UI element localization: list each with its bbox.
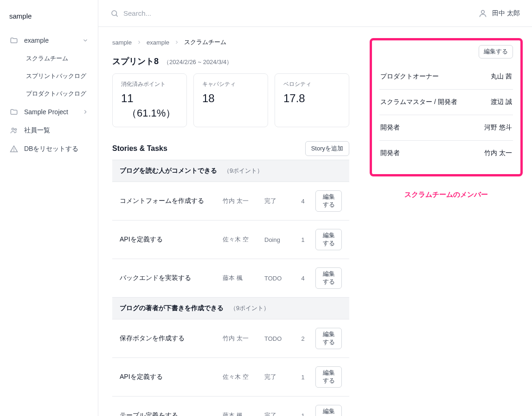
task-name: 保存ボタンを作成する (120, 334, 217, 343)
member-role: 開発者 (380, 149, 400, 157)
member-row: プロダクトオーナー丸山 茜 (379, 64, 513, 90)
task-name: APIを定義する (120, 235, 217, 244)
chevron-down-icon (82, 37, 89, 44)
task-status: 完了 (264, 197, 290, 205)
edit-task-button[interactable]: 編集する (315, 328, 342, 349)
member-role: プロダクトオーナー (380, 72, 439, 81)
app-logo: sample (6, 7, 92, 31)
sidebar-item-db-reset[interactable]: DBをリセットする (6, 140, 92, 158)
story-name: ブログを読む人がコメントできる (120, 167, 217, 175)
sidebar-sub-scrum-team[interactable]: スクラムチーム (6, 50, 92, 67)
task-row: バックエンドを実装する藤本 楓TODO4編集する (112, 259, 349, 297)
stat-capacity: キャパシティ 18 (193, 73, 268, 127)
task-status: 完了 (264, 411, 290, 416)
stories-list: ブログを読む人がコメントできる（9ポイント）コメントフォームを作成する竹内 太一… (112, 160, 349, 416)
svg-point-6 (481, 10, 485, 13)
sidebar-item-sample-project[interactable]: Sample Project (6, 103, 92, 121)
task-assignee: 藤本 楓 (223, 411, 259, 416)
svg-point-1 (15, 129, 17, 130)
task-points: 4 (296, 275, 310, 282)
user-icon (478, 9, 487, 18)
story-name: ブログの著者が下書きを作成できる (120, 304, 224, 312)
chevron-right-icon (136, 39, 142, 45)
task-name: コメントフォームを作成する (120, 197, 217, 205)
svg-line-5 (116, 15, 117, 16)
story-points: （9ポイント） (230, 304, 269, 312)
edit-team-button[interactable]: 編集する (479, 45, 513, 58)
task-name: テーブル定義をする (120, 411, 217, 416)
task-assignee: 佐々木 空 (223, 373, 259, 381)
chevron-right-icon (174, 39, 179, 45)
stat-value: 18 (202, 91, 259, 105)
chevron-right-icon (82, 109, 89, 115)
breadcrumb-link[interactable]: sample (112, 39, 132, 46)
sprint-title: スプリント8 (112, 56, 159, 67)
member-name: 河野 悠斗 (484, 124, 512, 132)
task-row: APIを定義する佐々木 空完了1編集する (112, 358, 349, 396)
story-header: ブログを読む人がコメントできる（9ポイント） (112, 160, 349, 182)
member-row: 開発者河野 悠斗 (379, 115, 513, 141)
user-menu[interactable]: 田中 太郎 (478, 9, 520, 18)
task-points: 1 (296, 412, 310, 416)
task-assignee: 竹内 太一 (223, 334, 259, 343)
topbar: 田中 太郎 (98, 0, 532, 27)
sidebar-item-employees[interactable]: 社員一覧 (6, 121, 92, 140)
member-role: 開発者 (380, 124, 400, 132)
member-row: 開発者竹内 太一 (379, 141, 513, 166)
search-icon (110, 9, 119, 18)
stat-velocity: ベロシティ 17.8 (275, 73, 349, 127)
svg-point-3 (14, 150, 14, 151)
story-header: ブログの著者が下書きを作成できる（9ポイント） (112, 297, 349, 319)
sidebar-label: DBをリセットする (24, 145, 78, 153)
task-row: コメントフォームを作成する竹内 太一完了4編集する (112, 182, 349, 220)
task-assignee: 竹内 太一 (223, 197, 259, 205)
sidebar-sub-sprint-backlog[interactable]: スプリントバックログ (6, 67, 92, 85)
folder-icon (9, 36, 19, 45)
member-name: 丸山 茜 (491, 72, 512, 81)
sidebar-label: 社員一覧 (24, 126, 50, 135)
task-name: バックエンドを実装する (120, 274, 217, 282)
task-row: テーブル定義をする藤本 楓完了1編集する (112, 396, 349, 416)
task-assignee: 藤本 楓 (223, 274, 259, 282)
task-status: TODO (264, 335, 290, 342)
sidebar-label: example (24, 37, 49, 44)
add-story-button[interactable]: Storyを追加 (305, 141, 349, 156)
task-assignee: 佐々木 空 (223, 235, 259, 244)
edit-task-button[interactable]: 編集する (315, 267, 342, 289)
svg-point-0 (12, 128, 14, 130)
sidebar-item-example[interactable]: example (6, 31, 92, 50)
task-row: 保存ボタンを作成する竹内 太一TODO2編集する (112, 319, 349, 358)
edit-task-button[interactable]: 編集する (315, 405, 342, 416)
sidebar: sample example スクラムチーム スプリントバックログ プロダクトバ… (0, 0, 98, 416)
task-status: Doing (264, 236, 290, 243)
sidebar-sub-product-backlog[interactable]: プロダクトバックログ (6, 85, 92, 103)
member-name: 渡辺 誠 (491, 98, 512, 106)
team-caption: スクラムチームのメンバー (370, 190, 523, 199)
task-points: 4 (296, 198, 310, 205)
sidebar-label: Sample Project (24, 108, 68, 116)
task-status: 完了 (264, 373, 290, 381)
task-points: 2 (296, 335, 310, 342)
stat-consumed: 消化済みポイント 11 （61.1%） (112, 73, 187, 127)
edit-task-button[interactable]: 編集する (315, 229, 342, 250)
stat-label: ベロシティ (283, 80, 340, 88)
folder-icon (9, 107, 19, 117)
search-wrap (110, 9, 472, 18)
task-row: APIを定義する佐々木 空Doing1編集する (112, 220, 349, 259)
breadcrumb-link[interactable]: example (147, 39, 169, 46)
stat-label: 消化済みポイント (121, 80, 178, 88)
warning-icon (9, 144, 19, 154)
story-points: （9ポイント） (224, 167, 263, 175)
edit-task-button[interactable]: 編集する (315, 366, 342, 388)
edit-task-button[interactable]: 編集する (315, 190, 342, 212)
stat-sub: （61.1%） (121, 106, 178, 120)
search-input[interactable] (123, 9, 472, 17)
stat-label: キャパシティ (202, 80, 259, 88)
svg-point-4 (112, 11, 117, 16)
users-icon (9, 126, 19, 135)
breadcrumb-current: スクラムチーム (184, 38, 226, 46)
member-name: 竹内 太一 (484, 149, 512, 157)
breadcrumb: sample example スクラムチーム (112, 38, 349, 46)
task-points: 1 (296, 236, 310, 243)
stat-value: 17.8 (283, 91, 340, 105)
